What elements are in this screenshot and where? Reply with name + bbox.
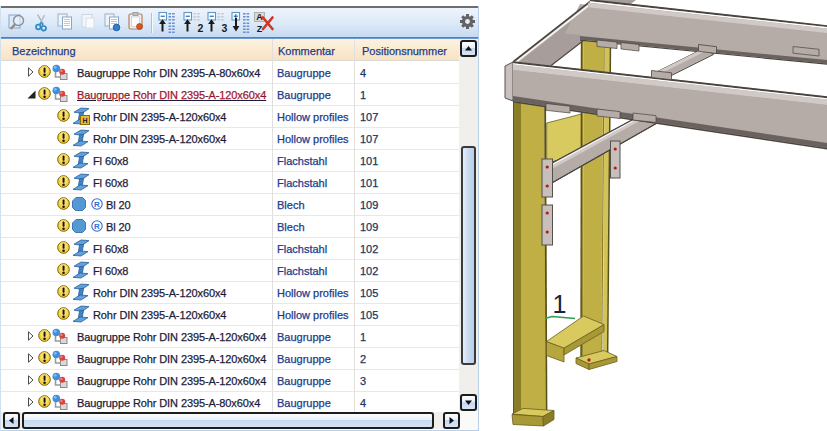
svg-text:1: 1 [553, 290, 567, 318]
svg-text:2: 2 [198, 22, 204, 34]
svg-text:3: 3 [222, 22, 228, 34]
